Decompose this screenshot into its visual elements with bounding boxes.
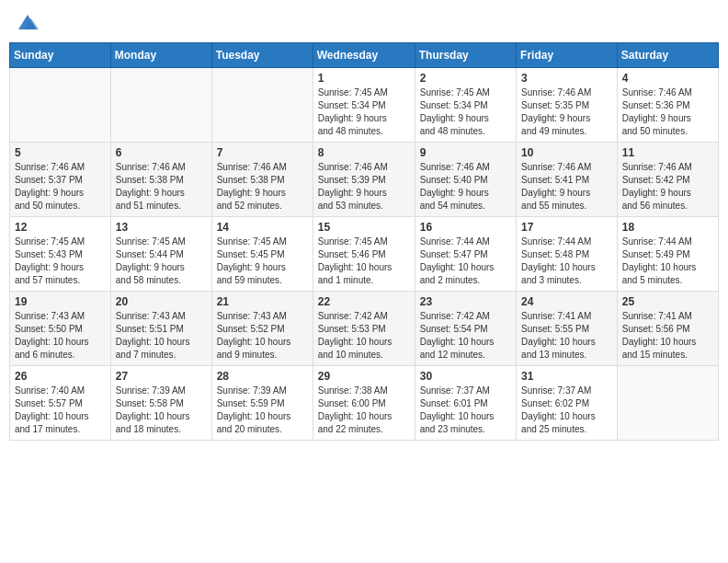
day-number: 11 [622,146,713,159]
day-info-text: Sunrise: 7:45 AM Sunset: 5:45 PM Dayligh… [217,236,308,287]
day-number: 8 [318,146,410,159]
day-info-text: Sunrise: 7:43 AM Sunset: 5:51 PM Dayligh… [116,310,207,362]
weekday-header-sunday: Sunday [10,43,111,68]
day-number: 12 [15,221,106,234]
day-number: 30 [420,370,511,383]
day-info-text: Sunrise: 7:45 AM Sunset: 5:46 PM Dayligh… [318,236,410,287]
calendar-day-15: 15Sunrise: 7:45 AM Sunset: 5:46 PM Dayli… [313,217,415,292]
calendar-week-row: 12Sunrise: 7:45 AM Sunset: 5:43 PM Dayli… [10,217,719,292]
day-number: 13 [116,221,207,234]
day-info-text: Sunrise: 7:37 AM Sunset: 6:01 PM Dayligh… [420,385,511,436]
weekday-header-wednesday: Wednesday [313,43,415,68]
day-number: 19 [15,295,106,308]
calendar-day-9: 9Sunrise: 7:46 AM Sunset: 5:40 PM Daylig… [415,143,516,217]
day-info-text: Sunrise: 7:39 AM Sunset: 5:58 PM Dayligh… [116,385,207,436]
calendar-day-5: 5Sunrise: 7:46 AM Sunset: 5:37 PM Daylig… [10,143,111,217]
empty-day-cell [110,68,211,143]
calendar-day-6: 6Sunrise: 7:46 AM Sunset: 5:38 PM Daylig… [110,143,211,217]
day-number: 2 [420,72,511,85]
calendar-day-7: 7Sunrise: 7:46 AM Sunset: 5:38 PM Daylig… [211,143,313,217]
calendar-day-28: 28Sunrise: 7:39 AM Sunset: 5:59 PM Dayli… [211,366,313,441]
day-info-text: Sunrise: 7:46 AM Sunset: 5:38 PM Dayligh… [116,161,207,213]
empty-day-cell [617,366,718,441]
weekday-header-saturday: Saturday [617,43,718,68]
calendar-day-22: 22Sunrise: 7:42 AM Sunset: 5:53 PM Dayli… [313,292,415,366]
calendar-day-16: 16Sunrise: 7:44 AM Sunset: 5:47 PM Dayli… [415,217,516,292]
day-info-text: Sunrise: 7:41 AM Sunset: 5:55 PM Dayligh… [521,310,612,362]
calendar-day-14: 14Sunrise: 7:45 AM Sunset: 5:45 PM Dayli… [211,217,313,292]
day-info-text: Sunrise: 7:46 AM Sunset: 5:39 PM Dayligh… [318,161,410,213]
calendar-table: SundayMondayTuesdayWednesdayThursdayFrid… [9,42,719,441]
calendar-day-11: 11Sunrise: 7:46 AM Sunset: 5:42 PM Dayli… [617,143,718,217]
day-info-text: Sunrise: 7:46 AM Sunset: 5:40 PM Dayligh… [420,161,511,213]
weekday-header-tuesday: Tuesday [211,43,313,68]
day-info-text: Sunrise: 7:46 AM Sunset: 5:41 PM Dayligh… [521,161,612,213]
calendar-day-4: 4Sunrise: 7:46 AM Sunset: 5:36 PM Daylig… [617,68,718,143]
logo [13,9,40,35]
day-number: 17 [521,221,612,234]
weekday-header-row: SundayMondayTuesdayWednesdayThursdayFrid… [10,43,719,68]
calendar-day-24: 24Sunrise: 7:41 AM Sunset: 5:55 PM Dayli… [517,292,618,366]
day-info-text: Sunrise: 7:44 AM Sunset: 5:48 PM Dayligh… [521,236,612,287]
day-number: 9 [420,146,511,159]
day-number: 6 [116,146,207,159]
calendar-day-12: 12Sunrise: 7:45 AM Sunset: 5:43 PM Dayli… [10,217,111,292]
empty-day-cell [211,68,313,143]
logo-icon [15,9,40,35]
day-number: 7 [217,146,308,159]
day-number: 21 [217,295,308,308]
calendar-day-19: 19Sunrise: 7:43 AM Sunset: 5:50 PM Dayli… [10,292,111,366]
calendar-day-23: 23Sunrise: 7:42 AM Sunset: 5:54 PM Dayli… [415,292,516,366]
day-info-text: Sunrise: 7:45 AM Sunset: 5:43 PM Dayligh… [15,236,106,287]
day-info-text: Sunrise: 7:39 AM Sunset: 5:59 PM Dayligh… [217,385,308,436]
day-info-text: Sunrise: 7:44 AM Sunset: 5:49 PM Dayligh… [622,236,713,287]
calendar-day-29: 29Sunrise: 7:38 AM Sunset: 6:00 PM Dayli… [313,366,415,441]
calendar-day-27: 27Sunrise: 7:39 AM Sunset: 5:58 PM Dayli… [110,366,211,441]
day-info-text: Sunrise: 7:46 AM Sunset: 5:36 PM Dayligh… [622,86,713,138]
calendar-day-18: 18Sunrise: 7:44 AM Sunset: 5:49 PM Dayli… [617,217,718,292]
calendar-day-20: 20Sunrise: 7:43 AM Sunset: 5:51 PM Dayli… [110,292,211,366]
day-number: 4 [622,72,713,85]
calendar-day-30: 30Sunrise: 7:37 AM Sunset: 6:01 PM Dayli… [415,366,516,441]
weekday-header-thursday: Thursday [415,43,516,68]
day-number: 10 [521,146,612,159]
day-number: 22 [318,295,410,308]
calendar-day-2: 2Sunrise: 7:45 AM Sunset: 5:34 PM Daylig… [415,68,516,143]
calendar-day-21: 21Sunrise: 7:43 AM Sunset: 5:52 PM Dayli… [211,292,313,366]
day-info-text: Sunrise: 7:45 AM Sunset: 5:34 PM Dayligh… [420,86,511,138]
day-info-text: Sunrise: 7:38 AM Sunset: 6:00 PM Dayligh… [318,385,410,436]
day-info-text: Sunrise: 7:45 AM Sunset: 5:44 PM Dayligh… [116,236,207,287]
calendar-week-row: 5Sunrise: 7:46 AM Sunset: 5:37 PM Daylig… [10,143,719,217]
day-number: 24 [521,295,612,308]
day-number: 28 [217,370,308,383]
day-info-text: Sunrise: 7:41 AM Sunset: 5:56 PM Dayligh… [622,310,713,362]
calendar-day-26: 26Sunrise: 7:40 AM Sunset: 5:57 PM Dayli… [10,366,111,441]
day-number: 5 [15,146,106,159]
day-number: 1 [318,72,410,85]
calendar-day-31: 31Sunrise: 7:37 AM Sunset: 6:02 PM Dayli… [517,366,618,441]
calendar-day-13: 13Sunrise: 7:45 AM Sunset: 5:44 PM Dayli… [110,217,211,292]
day-info-text: Sunrise: 7:43 AM Sunset: 5:52 PM Dayligh… [217,310,308,362]
day-number: 23 [420,295,511,308]
day-number: 20 [116,295,207,308]
day-info-text: Sunrise: 7:46 AM Sunset: 5:35 PM Dayligh… [521,86,612,138]
day-number: 14 [217,221,308,234]
day-info-text: Sunrise: 7:42 AM Sunset: 5:54 PM Dayligh… [420,310,511,362]
day-number: 31 [521,370,612,383]
day-info-text: Sunrise: 7:46 AM Sunset: 5:42 PM Dayligh… [622,161,713,213]
day-number: 26 [15,370,106,383]
calendar-week-row: 19Sunrise: 7:43 AM Sunset: 5:50 PM Dayli… [10,292,719,366]
day-number: 18 [622,221,713,234]
day-number: 25 [622,295,713,308]
day-info-text: Sunrise: 7:42 AM Sunset: 5:53 PM Dayligh… [318,310,410,362]
day-info-text: Sunrise: 7:46 AM Sunset: 5:37 PM Dayligh… [15,161,106,213]
day-number: 16 [420,221,511,234]
calendar-day-17: 17Sunrise: 7:44 AM Sunset: 5:48 PM Dayli… [517,217,618,292]
calendar-day-3: 3Sunrise: 7:46 AM Sunset: 5:35 PM Daylig… [517,68,618,143]
calendar-week-row: 1Sunrise: 7:45 AM Sunset: 5:34 PM Daylig… [10,68,719,143]
day-info-text: Sunrise: 7:46 AM Sunset: 5:38 PM Dayligh… [217,161,308,213]
calendar-day-10: 10Sunrise: 7:46 AM Sunset: 5:41 PM Dayli… [517,143,618,217]
weekday-header-friday: Friday [517,43,618,68]
day-info-text: Sunrise: 7:44 AM Sunset: 5:47 PM Dayligh… [420,236,511,287]
day-number: 15 [318,221,410,234]
